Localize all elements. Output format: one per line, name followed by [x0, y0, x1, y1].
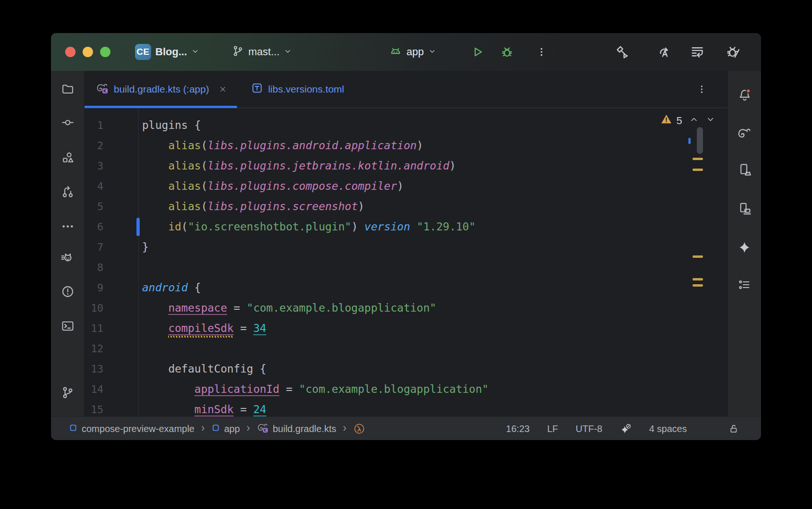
dashing-cat-tool-button[interactable]: [58, 247, 77, 267]
code-line[interactable]: alias(libs.plugins.jetbrains.kotlin.andr…: [142, 156, 489, 176]
stripe-mark-info[interactable]: [688, 138, 691, 144]
line-number[interactable]: 9: [85, 278, 103, 298]
code-token: "io.screenshotbot.plugin": [188, 221, 351, 233]
device-manager-button[interactable]: [735, 198, 754, 218]
code-line[interactable]: namespace = "com.example.blogapplication…: [142, 298, 489, 318]
run-button[interactable]: [470, 33, 484, 71]
chevron-right-icon: ›: [201, 423, 205, 435]
code-token: (: [201, 180, 208, 192]
next-problem-icon[interactable]: [706, 115, 715, 127]
tab-libs-versions-toml[interactable]: libs.versions.toml: [240, 71, 355, 108]
caret-position-widget[interactable]: 16:23: [506, 424, 530, 434]
code-analysis-button[interactable]: [656, 33, 672, 71]
code-line[interactable]: defaultConfig {: [142, 359, 489, 379]
line-number[interactable]: 3: [85, 156, 103, 176]
line-number[interactable]: 15: [85, 399, 103, 416]
code-line[interactable]: id("io.screenshotbot.plugin") version "1…: [142, 217, 489, 237]
commit-tool-button[interactable]: [58, 112, 77, 132]
code-token: libs.plugins.android.application: [208, 139, 417, 152]
code-token: namespace: [168, 302, 227, 314]
more-tool-windows-button[interactable]: [58, 216, 77, 236]
minimize-window-button[interactable]: [83, 47, 93, 57]
tab-build-gradle-kts[interactable]: build.gradle.kts (:app): [85, 71, 237, 108]
inspections-widget[interactable]: 5: [660, 113, 715, 128]
pull-requests-tool-button[interactable]: [58, 182, 77, 202]
structure-list-button[interactable]: [735, 275, 754, 295]
code-token: compileSdk: [168, 322, 233, 334]
line-number[interactable]: 4: [85, 176, 103, 196]
code-line[interactable]: minSdk = 24: [142, 399, 489, 416]
code-token: ): [449, 160, 456, 172]
code-token: defaultConfig {: [168, 363, 266, 375]
breadcrumb-project[interactable]: compose-preview-example: [69, 424, 195, 434]
more-tools-icon: [61, 220, 75, 233]
line-number[interactable]: 5: [85, 196, 103, 217]
stripe-mark-warning[interactable]: [693, 158, 703, 160]
line-ending-widget[interactable]: LF: [547, 424, 558, 434]
code-token: plugins {: [142, 119, 201, 131]
problems-tool-button[interactable]: [58, 281, 77, 301]
stripe-mark-warning[interactable]: [693, 255, 703, 258]
gradle-tool-button[interactable]: [735, 124, 754, 144]
code-token: [142, 322, 168, 334]
breadcrumb-module[interactable]: app: [211, 424, 240, 434]
sync-button[interactable]: [689, 33, 705, 71]
lambda-indicator[interactable]: [353, 423, 365, 435]
prev-problem-icon[interactable]: [689, 115, 699, 127]
line-number[interactable]: 1: [85, 115, 103, 136]
code-token: "1.29.10": [417, 221, 476, 233]
run-configuration-widget[interactable]: app: [389, 33, 436, 71]
tab-options-button[interactable]: [697, 84, 707, 95]
close-tab-icon[interactable]: [219, 85, 227, 93]
code-line[interactable]: android {: [142, 278, 489, 298]
code-line[interactable]: applicationId = "com.example.blogapplica…: [142, 379, 489, 399]
debug-button[interactable]: [500, 33, 514, 71]
code-token: [142, 221, 168, 233]
code-line[interactable]: alias(libs.plugins.screenshot): [142, 196, 489, 217]
code-line[interactable]: [142, 339, 489, 359]
line-number[interactable]: 13: [85, 359, 103, 379]
ai-assistant-button[interactable]: [735, 238, 754, 257]
line-number[interactable]: 2: [85, 136, 103, 156]
stripe-mark-warning[interactable]: [693, 284, 703, 287]
terminal-tool-button[interactable]: [58, 316, 77, 336]
build-button[interactable]: [615, 33, 631, 71]
code-token: alias: [168, 160, 201, 172]
code-line[interactable]: alias(libs.plugins.android.application): [142, 136, 489, 156]
version-control-tool-button[interactable]: [58, 382, 77, 402]
line-number[interactable]: 10: [85, 298, 103, 318]
stripe-mark-warning[interactable]: [693, 169, 703, 171]
project-tool-button[interactable]: [58, 79, 77, 99]
left-tool-stripe: [51, 71, 85, 416]
code-line[interactable]: }: [142, 237, 489, 257]
code-token: (: [201, 200, 208, 212]
code-line[interactable]: alias(libs.plugins.compose.compiler): [142, 176, 489, 196]
code-editor[interactable]: 123456789101112131415 plugins { alias(li…: [85, 108, 727, 416]
notifications-button[interactable]: [735, 85, 754, 105]
encoding-widget[interactable]: UTF-8: [575, 424, 602, 434]
structure-tool-button[interactable]: [58, 147, 77, 167]
scrollbar-thumb[interactable]: [697, 127, 703, 154]
running-devices-button[interactable]: [735, 160, 754, 179]
ai-status-button[interactable]: [620, 423, 632, 435]
profiler-button[interactable]: [725, 33, 741, 71]
more-actions-button[interactable]: [536, 33, 547, 71]
code-lines: plugins { alias(libs.plugins.android.app…: [142, 115, 489, 416]
line-number[interactable]: 11: [85, 318, 103, 339]
zoom-window-button[interactable]: [100, 47, 110, 57]
vcs-branch-widget[interactable]: mast...: [232, 33, 292, 71]
line-number[interactable]: 7: [85, 237, 103, 257]
indent-widget[interactable]: 4 spaces: [649, 424, 687, 434]
line-number[interactable]: 8: [85, 257, 103, 278]
line-number[interactable]: 14: [85, 379, 103, 399]
line-number[interactable]: 12: [85, 339, 103, 359]
breadcrumb-file[interactable]: build.gradle.kts: [257, 422, 337, 436]
stripe-mark-warning[interactable]: [693, 278, 703, 280]
project-widget[interactable]: CE Blog...: [135, 33, 199, 71]
file-lock-button[interactable]: [728, 423, 739, 434]
code-line[interactable]: compileSdk = 34: [142, 318, 489, 339]
code-line[interactable]: [142, 257, 489, 278]
line-number[interactable]: 6: [85, 217, 103, 237]
code-line[interactable]: plugins {: [142, 115, 489, 136]
close-window-button[interactable]: [65, 47, 76, 57]
